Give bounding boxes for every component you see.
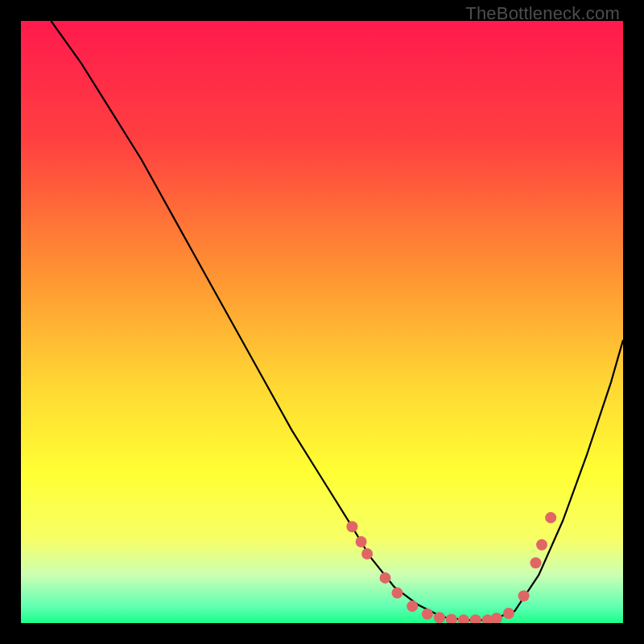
curve-marker bbox=[407, 601, 418, 612]
curve-marker bbox=[422, 609, 433, 620]
curve-marker bbox=[470, 614, 481, 623]
bottleneck-curve bbox=[51, 21, 623, 620]
curve-marker bbox=[536, 539, 547, 551]
curve-marker bbox=[458, 614, 469, 623]
outer-frame: TheBottleneck.com bbox=[0, 0, 644, 644]
curve-marker bbox=[346, 521, 357, 532]
curve-marker bbox=[530, 557, 542, 568]
curve-marker bbox=[392, 588, 403, 599]
curve-marker bbox=[518, 590, 530, 601]
plot-area bbox=[21, 21, 623, 623]
curve-marker bbox=[380, 572, 391, 584]
curve-marker bbox=[361, 548, 373, 559]
curve-marker bbox=[545, 512, 556, 523]
curve-marker bbox=[491, 613, 502, 623]
curve-marker bbox=[356, 536, 367, 547]
curve-marker bbox=[434, 612, 445, 623]
chart-svg bbox=[21, 21, 623, 623]
curve-marker bbox=[503, 608, 514, 619]
watermark-text: TheBottleneck.com bbox=[465, 3, 620, 24]
curve-marker bbox=[446, 614, 457, 624]
